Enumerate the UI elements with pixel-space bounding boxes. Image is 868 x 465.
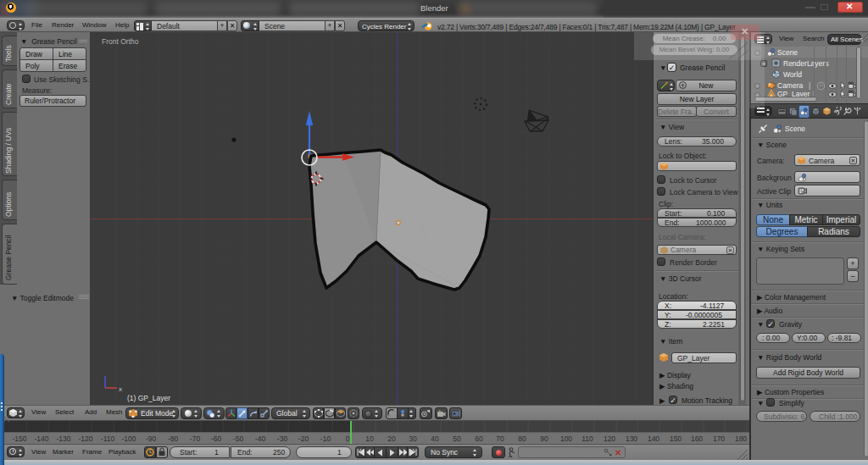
svg-text:x: x xyxy=(119,385,122,393)
